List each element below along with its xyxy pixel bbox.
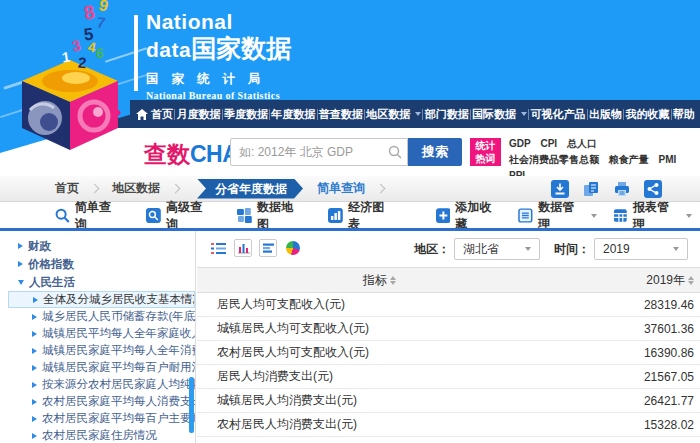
hot-word-link[interactable]: PMI	[659, 152, 677, 168]
chevron-down-icon	[591, 214, 597, 218]
chevron-right-icon	[18, 243, 23, 249]
sidebar-item-people-livelihood[interactable]: 人民生活	[8, 273, 195, 291]
sidebar-scrollbar[interactable]	[189, 377, 194, 433]
copy-icon[interactable]	[582, 180, 600, 198]
download-icon[interactable]	[551, 180, 569, 198]
nav-separator	[623, 109, 624, 120]
nav-item-publications[interactable]: 出版物	[589, 107, 622, 122]
nav-item-annual[interactable]: 年度数据	[271, 107, 315, 122]
chevron-right-icon	[32, 433, 37, 439]
nav-item-home[interactable]: 首页	[136, 107, 173, 122]
nav-item-help[interactable]: 帮助	[673, 107, 695, 122]
region-select[interactable]: 湖北省	[454, 238, 540, 260]
breadcrumb-active-tab[interactable]: 分省年度数据	[197, 179, 303, 199]
hot-word-link[interactable]: 总人口	[567, 136, 597, 152]
year-column-header: 2019年	[646, 272, 685, 289]
bar-chart-view-icon[interactable]	[234, 239, 252, 257]
chevron-right-icon	[32, 348, 37, 354]
hot-words-badge: 统计 热词	[470, 138, 501, 166]
sidebar-item[interactable]: 城镇居民家庭平均每百户耐用消费品拥有	[8, 359, 195, 376]
cube-digit: 1	[61, 50, 71, 65]
hot-word-link[interactable]: 社会消费品零售总额	[509, 152, 599, 168]
chevron-right-icon	[32, 382, 37, 388]
chevron-right-icon	[32, 331, 37, 337]
sidebar-item[interactable]: 按来源分农村居民家庭人均纯收入	[8, 376, 195, 393]
nav-item-visualization[interactable]: 可视化产品	[531, 107, 586, 122]
sidebar-item-selected[interactable]: 全体及分城乡居民收支基本情况(新口径)	[8, 291, 195, 308]
time-label: 时间：	[554, 241, 590, 258]
table-view-icon[interactable]	[209, 239, 227, 257]
indicator-table: 指标 2019年 居民人均可支配收入(元) 28319.46 城镇居民人均可支配…	[197, 267, 700, 437]
filter-bar: 地区： 湖北省 时间： 2019	[414, 238, 688, 260]
cube-digit: 3	[71, 37, 82, 53]
indicator-cell: 城镇居民人均消费支出(元)	[197, 392, 562, 409]
table-row: 居民人均可支配收入(元) 28319.46	[197, 293, 700, 317]
logo-title-en1: National	[146, 10, 291, 34]
nav-item-monthly[interactable]: 月度数据	[176, 107, 220, 122]
nav-separator	[222, 109, 223, 120]
page: National data国家数据 国家统计局 National Bureau …	[0, 0, 700, 443]
query-toolbar: 简单查询 高级查询 数据地图 经济图表	[0, 203, 700, 228]
nav-separator	[364, 109, 365, 120]
indicator-cell: 城镇居民人均可支配收入(元)	[197, 320, 562, 337]
search-input[interactable]	[230, 138, 408, 166]
nav-item-census[interactable]: 普查数据	[319, 107, 363, 122]
data-panel: 地区： 湖北省 时间： 2019 指标 2019年	[197, 231, 700, 443]
sidebar-item[interactable]: 城乡居民人民币储蓄存款(年底余额)	[8, 308, 195, 325]
chevron-down-icon	[525, 247, 531, 251]
sidebar-item[interactable]: 农村居民家庭平均每百户主要耐用消费品	[8, 410, 195, 427]
hbar-chart-view-icon[interactable]	[259, 239, 277, 257]
chevron-right-icon	[32, 314, 37, 320]
share-icon[interactable]	[644, 180, 662, 198]
indicator-cell: 农村居民人均消费支出(元)	[197, 416, 562, 433]
hot-word-link[interactable]: GDP	[509, 136, 531, 152]
table-row: 城镇居民人均可支配收入(元) 37601.36	[197, 317, 700, 341]
table-row: 农村居民人均消费支出(元) 15328.02	[197, 413, 700, 437]
hot-word-link[interactable]: 粮食产量	[609, 152, 649, 168]
sidebar-item[interactable]: 农村居民家庭住房情况	[8, 427, 195, 443]
sort-icon[interactable]	[390, 276, 396, 285]
nav-separator	[269, 109, 270, 120]
chevron-right-icon	[32, 416, 37, 422]
nav-item-regional[interactable]: 地区数据	[366, 107, 421, 122]
cube-digit: 2	[77, 55, 87, 71]
chevron-down-icon	[673, 247, 679, 251]
value-cell: 16390.86	[562, 346, 700, 360]
data-map-icon	[237, 208, 252, 223]
print-icon[interactable]	[613, 180, 631, 198]
econ-chart-icon	[328, 208, 343, 223]
sort-icon[interactable]	[688, 276, 694, 285]
nav-item-favorites[interactable]: 我的收藏	[625, 107, 669, 122]
logo-cube: 9 8 7 5 3 4 6 1 2	[8, 0, 140, 175]
nav-separator	[671, 109, 672, 120]
nav-item-international[interactable]: 国际数据	[472, 107, 527, 122]
data-manage-icon	[518, 208, 533, 223]
time-select[interactable]: 2019	[594, 238, 688, 260]
sidebar-item[interactable]: 城镇居民家庭平均每人全年消费性支出	[8, 342, 195, 359]
logo-title-cn: 国家数据	[191, 34, 291, 62]
breadcrumb-regional-data[interactable]: 地区数据	[112, 180, 160, 197]
hot-word-link[interactable]: CPI	[540, 136, 557, 152]
view-switcher	[209, 239, 302, 257]
search-button[interactable]: 搜索	[408, 138, 462, 166]
chevron-right-icon	[376, 184, 386, 194]
nav-item-quarterly[interactable]: 季度数据	[224, 107, 268, 122]
logo-subtitle-cn: 国家统计局	[146, 71, 291, 88]
nav-separator	[528, 109, 529, 120]
sidebar-item-finance[interactable]: 财政	[8, 237, 195, 255]
sidebar-item[interactable]: 农村居民家庭平均每人消费支出	[8, 393, 195, 410]
breadcrumb-home[interactable]: 首页	[55, 180, 79, 197]
value-cell: 21567.05	[562, 370, 700, 384]
chashu-brand-cn: 查数	[144, 141, 190, 167]
nav-separator	[174, 109, 175, 120]
table-row: 居民人均消费支出(元) 21567.05	[197, 365, 700, 389]
sidebar-item-price-index[interactable]: 价格指数	[8, 255, 195, 273]
cube-digit: 9	[97, 0, 110, 15]
pie-chart-view-icon[interactable]	[284, 239, 302, 257]
breadcrumb-current[interactable]: 简单查询	[317, 180, 365, 197]
nav-separator	[317, 109, 318, 120]
sidebar-item[interactable]: 城镇居民平均每人全年家庭收入来源	[8, 325, 195, 342]
nav-item-department[interactable]: 部门数据	[425, 107, 469, 122]
search-icon	[388, 145, 402, 159]
value-cell: 37601.36	[562, 322, 700, 336]
